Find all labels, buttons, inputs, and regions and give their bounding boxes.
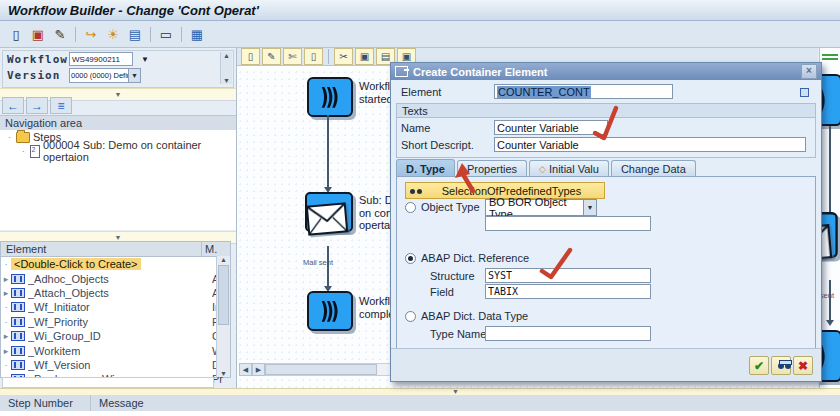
tab-initial-value[interactable]: ◇Initial Valu (529, 160, 609, 177)
close-icon[interactable]: × (801, 64, 817, 79)
column-message[interactable]: Message (91, 397, 144, 409)
edit-pencil-icon[interactable]: ✎ (262, 48, 281, 65)
element-row[interactable]: · _Wf_Initiator Ir (1, 300, 230, 314)
abap-dict-reference-radio[interactable] (405, 253, 416, 264)
workflow-id-field[interactable]: WS49900211 (69, 52, 133, 66)
element-row[interactable]: ▸ _Adhoc_Objects A (1, 271, 230, 285)
element-field[interactable]: COUNTER_CONT (494, 84, 673, 99)
cancel-button[interactable]: ✖ (793, 356, 813, 375)
scroll-left-icon[interactable]: ◀ (239, 363, 252, 376)
element-row[interactable]: ▸ _Attach_Objects A (1, 286, 230, 300)
confirm-button[interactable]: ✔ (749, 356, 769, 375)
event-waves-icon: ))) (321, 300, 340, 323)
element-row[interactable]: · _Wf_Version D (1, 358, 230, 372)
field-label: Field (430, 286, 454, 298)
cut-icon[interactable]: ✂ (334, 48, 353, 65)
workflow-frame-icon[interactable]: ▤ (125, 25, 145, 44)
dialog-tabstrip: D. Type Properties ◇Initial Valu Change … (396, 159, 696, 177)
element-grid: Element M. · <Double-Click to Create> ▸ … (0, 241, 231, 378)
object-type-radio[interactable] (405, 202, 416, 213)
scroll-up-icon[interactable]: ▲ (220, 256, 227, 263)
object-type-radio-row[interactable]: Object Type (405, 201, 480, 213)
tab-d-type[interactable]: D. Type (396, 159, 455, 177)
column-element[interactable]: Element (1, 242, 202, 256)
element-row[interactable]: ▸ _Workitem W (1, 343, 230, 357)
new-page-icon[interactable]: ▯ (6, 25, 26, 44)
short-descript-label: Short Descript. (401, 139, 474, 151)
check-icon: ✔ (754, 359, 764, 373)
element-grid-scrollbar[interactable]: ▲ ▼ (216, 256, 230, 377)
field-field[interactable] (485, 284, 651, 299)
structure-field[interactable] (485, 268, 651, 283)
version-select[interactable]: 0000 (0000) Definition ▼ (69, 68, 141, 83)
tab-properties[interactable]: Properties (457, 160, 527, 177)
event-waves-icon: ))) (321, 86, 340, 109)
find-icon (778, 363, 784, 369)
activate-icon[interactable]: ↪ (81, 25, 101, 44)
tree-node-step-item[interactable]: · 000004 Sub: Demo on container opertaio… (0, 144, 236, 158)
object-type-value-field[interactable] (485, 216, 651, 231)
delete-icon[interactable]: ▯ (304, 48, 323, 65)
chevron-down-icon[interactable]: ▼ (128, 69, 140, 82)
copy-icon[interactable]: ▣ (355, 48, 374, 65)
abap-dict-data-type-radio[interactable] (405, 311, 416, 322)
workflow-completed-node-overview: ))) (819, 330, 840, 382)
workflow-dropdown-icon[interactable]: ▼ (141, 55, 149, 64)
type-name-field[interactable] (485, 326, 651, 341)
toolbar-separator (75, 27, 76, 42)
folder-icon (16, 132, 30, 143)
collapse-icon[interactable]: ▼ (115, 234, 122, 241)
element-row[interactable]: ▸ _Wi_Group_ID G (1, 329, 230, 343)
texts-header: Texts (397, 104, 815, 118)
back-icon[interactable]: ← (2, 97, 24, 114)
forward-icon[interactable]: → (26, 97, 48, 114)
select-icon[interactable]: ✄ (283, 48, 302, 65)
scrollbar-thumb[interactable] (265, 364, 377, 375)
table-view-icon[interactable]: ▦ (187, 25, 207, 44)
multiline-toggle-icon[interactable] (800, 88, 809, 97)
navigation-buttons: ← → ≡ (2, 97, 72, 114)
element-grid-header: Element M. (1, 242, 230, 257)
element-grid-hscrollbar[interactable] (2, 377, 214, 388)
create-element-row[interactable]: · <Double-Click to Create> (1, 257, 230, 271)
column-step-number[interactable]: Step Number (0, 395, 91, 411)
find-button[interactable] (771, 356, 791, 375)
subworkflow-node[interactable] (303, 192, 353, 244)
toolbar-separator (150, 27, 151, 42)
workflow-label: Workflow (7, 53, 69, 66)
new-node-icon[interactable]: ▯ (241, 48, 260, 65)
print-icon[interactable]: ▭ (156, 25, 176, 44)
object-type-select[interactable]: BO BOR Object Type ▼ (485, 199, 597, 216)
info-scrollbar[interactable]: ▲▼ (220, 52, 232, 84)
test-icon[interactable]: ☀ (103, 25, 123, 44)
scroll-down-icon[interactable]: ▼ (220, 370, 227, 377)
dialog-title-bar[interactable]: Create Container Element × (391, 63, 821, 80)
short-descript-field[interactable] (494, 137, 806, 152)
abap-dict-reference-radio-row[interactable]: ABAP Dict. Reference (405, 252, 529, 264)
predefined-types-icon (410, 189, 415, 194)
scrollbar-thumb[interactable] (218, 265, 229, 325)
display-change-icon[interactable]: ✎ (50, 25, 70, 44)
workflow-started-node[interactable]: ))) (307, 77, 353, 117)
tab-change-data[interactable]: Change Data (611, 160, 696, 177)
x-icon: ✖ (798, 359, 808, 373)
name-field[interactable] (494, 120, 608, 135)
abap-dict-data-type-radio-row[interactable]: ABAP Dict. Data Type (405, 310, 528, 322)
container-element-icon (11, 346, 25, 356)
dialog-title: Create Container Element (413, 66, 547, 78)
element-row[interactable]: · _Wf_Priority Pr (1, 315, 230, 329)
container-element-icon (11, 274, 25, 284)
element-value: COUNTER_CONT (497, 86, 591, 98)
envelope-icon (306, 202, 348, 235)
column-m[interactable]: M. (202, 242, 230, 256)
chevron-down-icon[interactable]: ▼ (583, 200, 596, 215)
collapse-icon[interactable]: ▼ (115, 91, 122, 98)
collapse-icon[interactable]: ▼ (452, 388, 459, 395)
structure-icon[interactable]: ≡ (50, 97, 72, 114)
dialog-icon (395, 66, 408, 77)
create-copy-icon[interactable]: ▣ (28, 25, 48, 44)
container-element-icon (11, 331, 25, 341)
workflow-completed-node[interactable]: ))) (307, 291, 353, 331)
version-label: Version (7, 69, 69, 82)
scroll-right-icon[interactable]: ▶ (252, 363, 265, 376)
